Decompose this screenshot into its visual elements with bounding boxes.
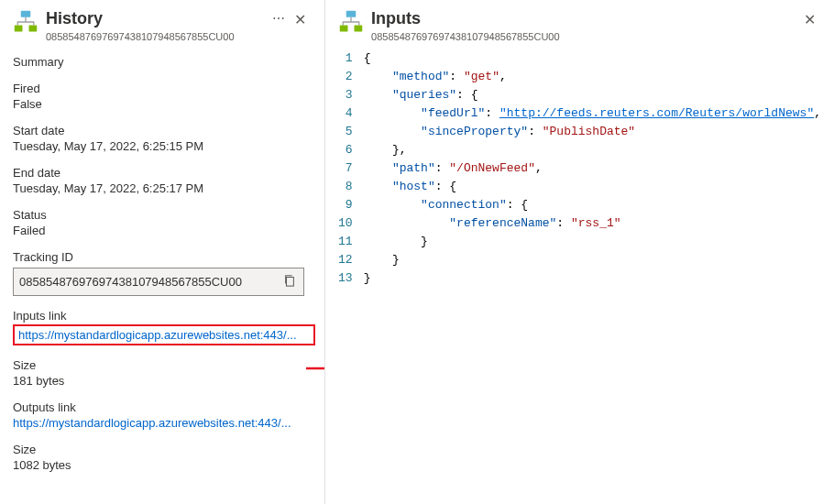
inputs-link-label: Inputs link (13, 309, 312, 323)
close-button[interactable]: ✕ (798, 9, 821, 30)
outputs-size-label: Size (13, 443, 312, 456)
tracking-id-value: 08585487697697438107948567855CU00 (19, 275, 281, 289)
inputs-link[interactable]: https://mystandardlogicapp.azurewebsites… (18, 328, 297, 342)
workflow-icon (338, 9, 364, 35)
outputs-link-label: Outputs link (13, 400, 312, 414)
svg-rect-3 (287, 277, 294, 286)
code-editor[interactable]: 12345678910111213 { "method": "get", "qu… (338, 49, 821, 288)
code-content: { "method": "get", "queries": { "feedUrl… (364, 49, 821, 288)
summary-label: Summary (13, 55, 312, 69)
svg-rect-6 (346, 11, 357, 17)
workflow-icon (13, 9, 38, 35)
fired-label: Fired (13, 82, 312, 95)
tracking-id-box: 08585487697697438107948567855CU00 (13, 268, 304, 296)
svg-rect-1 (15, 26, 23, 32)
history-title: History (46, 9, 263, 29)
inputs-subtitle: 08585487697697438107948567855CU00 (371, 31, 798, 42)
tracking-id-label: Tracking ID (13, 250, 312, 264)
end-date-value: Tuesday, May 17, 2022, 6:25:17 PM (13, 181, 312, 195)
close-button[interactable]: ✕ (289, 9, 312, 30)
fired-value: False (13, 97, 312, 111)
outputs-size-value: 1082 bytes (13, 458, 312, 472)
svg-rect-0 (21, 11, 31, 17)
status-label: Status (13, 208, 312, 222)
history-panel: History 08585487697697438107948567855CU0… (0, 0, 325, 504)
copy-icon[interactable] (281, 272, 298, 291)
line-gutter: 12345678910111213 (338, 49, 364, 288)
start-date-value: Tuesday, May 17, 2022, 6:25:15 PM (13, 139, 312, 153)
svg-rect-7 (340, 26, 348, 32)
start-date-label: Start date (13, 124, 312, 137)
svg-rect-2 (29, 26, 38, 32)
inputs-header: Inputs 08585487697697438107948567855CU00… (338, 9, 821, 42)
more-button[interactable]: ⋯ (269, 9, 289, 27)
inputs-size-label: Size (13, 358, 312, 372)
svg-rect-8 (355, 26, 363, 32)
outputs-link[interactable]: https://mystandardlogicapp.azurewebsites… (13, 416, 291, 430)
inputs-size-value: 181 bytes (13, 374, 312, 388)
annotation-arrow-icon (306, 359, 325, 378)
history-subtitle: 08585487697697438107948567855CU00 (46, 31, 263, 42)
end-date-label: End date (13, 166, 312, 180)
status-value: Failed (13, 224, 312, 237)
inputs-panel: Inputs 08585487697697438107948567855CU00… (325, 0, 834, 504)
history-header: History 08585487697697438107948567855CU0… (13, 9, 312, 42)
inputs-link-highlight: https://mystandardlogicapp.azurewebsites… (13, 324, 315, 345)
inputs-title: Inputs (371, 9, 798, 29)
